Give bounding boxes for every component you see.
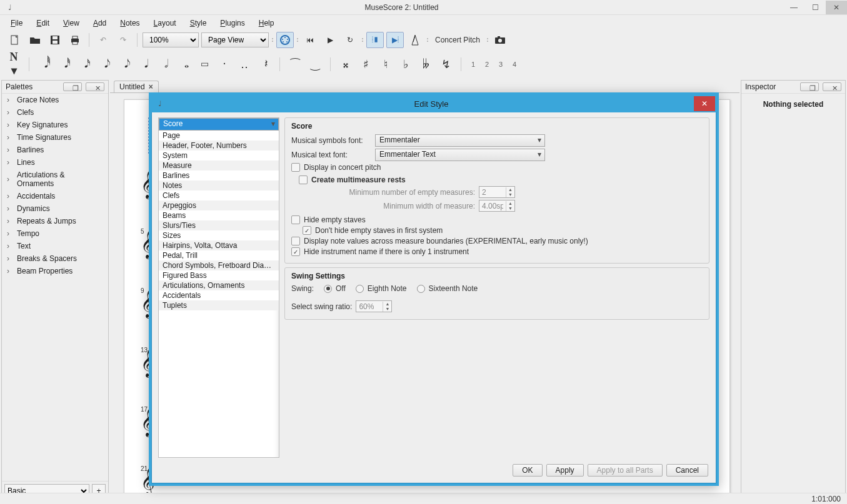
menu-help[interactable]: Help bbox=[253, 17, 280, 29]
menu-add[interactable]: Add bbox=[88, 17, 112, 29]
voice-4-button[interactable]: 4 bbox=[510, 61, 519, 68]
8th-note-icon[interactable]: 𝅘𝅥𝅮 bbox=[117, 57, 132, 71]
voice-2-button[interactable]: 2 bbox=[483, 61, 491, 68]
palette-item[interactable]: ›Clefs bbox=[2, 106, 108, 119]
note-input-icon[interactable]: N ▾ bbox=[6, 51, 21, 77]
menu-view[interactable]: View bbox=[58, 17, 85, 29]
multimeasure-rests-checkbox[interactable] bbox=[299, 175, 308, 184]
play-icon[interactable]: ▶ bbox=[321, 32, 339, 48]
image-capture-icon[interactable] bbox=[491, 32, 509, 48]
category-row[interactable]: Notes bbox=[159, 180, 279, 190]
palette-item[interactable]: ›Text bbox=[2, 240, 108, 252]
view-mode-select[interactable]: Page View bbox=[201, 32, 269, 47]
category-row[interactable]: Header, Footer, Numbers bbox=[159, 141, 279, 151]
voice-1-button[interactable]: 1 bbox=[469, 61, 478, 68]
palette-item[interactable]: ›Tempo bbox=[2, 227, 108, 240]
whole-note-icon[interactable]: 𝅝 bbox=[177, 57, 192, 71]
document-tab[interactable]: Untitled × bbox=[114, 81, 159, 92]
slur-icon[interactable]: ‿ bbox=[308, 57, 323, 71]
hide-empty-checkbox[interactable] bbox=[291, 215, 300, 224]
close-panel-icon[interactable]: ✕ bbox=[823, 82, 841, 91]
tie-icon[interactable]: ⁀ bbox=[288, 57, 303, 71]
flip-icon[interactable]: ↯ bbox=[438, 57, 453, 71]
category-row[interactable]: Pedal, Trill bbox=[159, 250, 279, 260]
palette-item[interactable]: ›Key Signatures bbox=[2, 119, 108, 131]
swing-sixteenth-radio[interactable] bbox=[417, 285, 425, 293]
hide-instrument-checkbox[interactable] bbox=[291, 247, 300, 256]
dot-icon[interactable]: · bbox=[217, 57, 232, 71]
minimize-button[interactable]: — bbox=[783, 1, 804, 14]
close-tab-icon[interactable]: × bbox=[149, 82, 153, 91]
palette-item[interactable]: ›Beam Properties bbox=[2, 265, 108, 277]
category-row[interactable]: Sizes bbox=[159, 230, 279, 240]
double-flat-icon[interactable]: 𝄫 bbox=[418, 57, 433, 71]
category-row[interactable]: Slurs/Ties bbox=[159, 220, 279, 230]
quarter-note-icon[interactable]: 𝅘𝅥 bbox=[137, 57, 152, 71]
min-empty-spinner[interactable]: ▲▼ bbox=[479, 186, 515, 198]
cancel-button[interactable]: Cancel bbox=[666, 464, 708, 477]
category-row[interactable]: System bbox=[159, 151, 279, 161]
natural-icon[interactable]: ♮ bbox=[378, 57, 393, 71]
apply-button[interactable]: Apply bbox=[546, 464, 584, 477]
dialog-titlebar[interactable]: ♩ Edit Style ✕ bbox=[151, 95, 716, 112]
8th-note-icon[interactable]: 𝅘𝅥𝅮 bbox=[97, 57, 112, 71]
64th-note-icon[interactable]: 𝅘𝅥𝅱 bbox=[37, 57, 52, 71]
display-across-checkbox[interactable] bbox=[291, 237, 300, 245]
loop-icon[interactable]: ↻ bbox=[341, 32, 359, 48]
redo-icon[interactable]: ↷ bbox=[114, 32, 132, 48]
menu-notes[interactable]: Notes bbox=[114, 17, 145, 29]
menu-plugins[interactable]: Plugins bbox=[214, 17, 250, 29]
undo-icon[interactable]: ↶ bbox=[94, 32, 112, 48]
undock-icon[interactable]: ❐ bbox=[800, 82, 819, 91]
menu-edit[interactable]: Edit bbox=[31, 17, 55, 29]
palette-item[interactable]: ›Repeats & Jumps bbox=[2, 215, 108, 227]
play-repeats-icon[interactable]: ⦙▮ bbox=[366, 32, 384, 48]
palette-item[interactable]: ›Lines bbox=[2, 156, 108, 169]
ok-button[interactable]: OK bbox=[513, 464, 542, 477]
category-row[interactable]: Tuplets bbox=[159, 300, 279, 310]
category-row[interactable]: Figured Bass bbox=[159, 270, 279, 280]
category-row[interactable]: Measure bbox=[159, 161, 279, 170]
16th-note-icon[interactable]: 𝅘𝅥𝅯 bbox=[77, 57, 92, 71]
menu-style[interactable]: Style bbox=[184, 17, 213, 29]
category-row[interactable]: Hairpins, Volta, Ottava bbox=[159, 240, 279, 250]
swing-ratio-spinner[interactable]: ▲▼ bbox=[356, 300, 392, 312]
palette-item[interactable]: ›Grace Notes bbox=[2, 94, 108, 106]
palette-item[interactable]: ›Dynamics bbox=[2, 202, 108, 215]
menu-file[interactable]: File bbox=[5, 17, 28, 29]
32nd-note-icon[interactable]: 𝅘𝅥𝅰 bbox=[57, 57, 72, 71]
menu-layout[interactable]: Layout bbox=[148, 17, 182, 29]
dialog-close-button[interactable]: ✕ bbox=[694, 96, 715, 111]
close-panel-icon[interactable]: ✕ bbox=[86, 82, 104, 91]
concert-pitch-checkbox[interactable] bbox=[291, 163, 300, 172]
rest-icon[interactable]: 𝄽 bbox=[257, 57, 272, 71]
pan-icon[interactable]: ▶⦙ bbox=[386, 32, 404, 48]
midi-input-icon[interactable] bbox=[276, 32, 294, 48]
category-row[interactable]: Arpeggios bbox=[159, 200, 279, 210]
voice-3-button[interactable]: 3 bbox=[496, 61, 505, 68]
palette-item[interactable]: ›Breaks & Spacers bbox=[2, 252, 108, 265]
swing-eighth-radio[interactable] bbox=[356, 285, 364, 293]
breve-icon[interactable]: ▭ bbox=[197, 59, 212, 69]
category-row[interactable]: Articulations, Ornaments bbox=[159, 280, 279, 290]
category-list[interactable]: ScorePageHeader, Footer, NumbersSystemMe… bbox=[158, 117, 279, 458]
metronome-icon[interactable] bbox=[406, 32, 424, 48]
min-width-spinner[interactable]: ▲▼ bbox=[479, 200, 515, 212]
category-row[interactable]: Clefs bbox=[159, 190, 279, 200]
palette-item[interactable]: ›Time Signatures bbox=[2, 131, 108, 144]
category-row[interactable]: Barlines bbox=[159, 170, 279, 180]
zoom-select[interactable]: 100% bbox=[143, 32, 199, 47]
half-note-icon[interactable]: 𝅗𝅥 bbox=[157, 57, 172, 71]
category-row[interactable]: Page bbox=[159, 131, 279, 141]
sharp-icon[interactable]: ♯ bbox=[358, 57, 373, 71]
symbols-font-select[interactable]: Emmentaler bbox=[375, 134, 545, 147]
double-sharp-icon[interactable]: 𝄪 bbox=[338, 57, 353, 71]
category-row[interactable]: Score bbox=[159, 118, 279, 131]
double-dot-icon[interactable]: ‥ bbox=[237, 57, 252, 71]
palette-item[interactable]: ›Accidentals bbox=[2, 190, 108, 202]
undock-icon[interactable]: ❐ bbox=[63, 82, 82, 91]
maximize-button[interactable]: ☐ bbox=[804, 1, 826, 14]
new-score-icon[interactable] bbox=[6, 32, 24, 48]
swing-off-radio[interactable] bbox=[324, 285, 332, 293]
close-button[interactable]: ✕ bbox=[826, 1, 847, 14]
